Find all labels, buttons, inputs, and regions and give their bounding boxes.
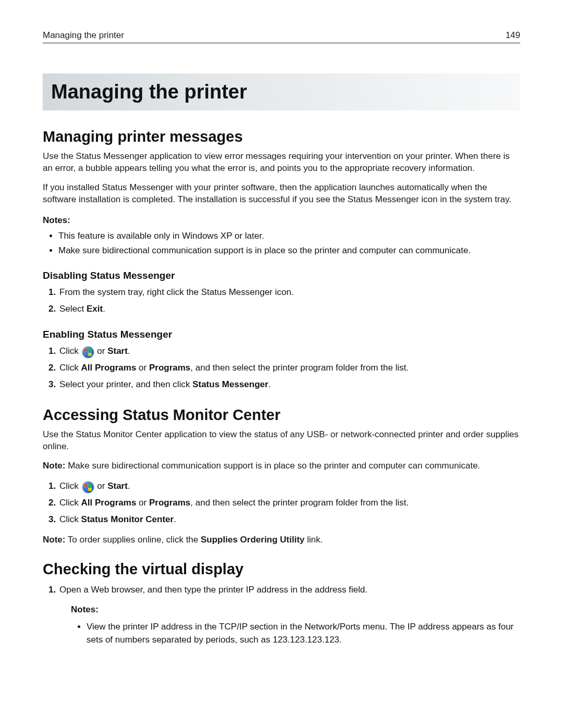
section-heading-managing-printer-messages: Managing printer messages bbox=[43, 128, 520, 145]
note-text: Make sure bidirectional communication su… bbox=[65, 461, 480, 471]
step-bold: Status Messenger bbox=[192, 379, 268, 389]
step-text: . bbox=[128, 346, 130, 356]
section-heading-checking-virtual-display: Checking the virtual display bbox=[43, 561, 520, 578]
step-item: Click All Programs or Programs, and then… bbox=[58, 361, 520, 375]
steps-list: From the system tray, right click the St… bbox=[43, 286, 520, 316]
step-text: or bbox=[95, 346, 108, 356]
list-item: Make sure bidirectional communication su… bbox=[58, 244, 520, 257]
list-item: This feature is available only in Window… bbox=[58, 230, 520, 243]
step-text: or bbox=[136, 363, 149, 373]
note-paragraph: Note: Make sure bidirectional communicat… bbox=[43, 460, 520, 472]
subheading-disabling-status-messenger: Disabling Status Messenger bbox=[43, 270, 520, 281]
step-text: Click bbox=[59, 346, 81, 356]
steps-list: Click or Start. Click All Programs or Pr… bbox=[43, 479, 520, 527]
subheading-enabling-status-messenger: Enabling Status Messenger bbox=[43, 329, 520, 340]
notes-label: Notes: bbox=[71, 603, 520, 616]
step-text: . bbox=[268, 379, 271, 389]
step-text: Select your printer, and then click bbox=[59, 379, 192, 389]
chapter-title-bar: Managing the printer bbox=[43, 73, 520, 110]
step-bold: Start bbox=[107, 481, 128, 491]
note-text: To order supplies online, click the bbox=[65, 535, 201, 545]
windows-start-icon bbox=[82, 347, 94, 358]
note-label: Note: bbox=[43, 535, 65, 545]
notes-list: This feature is available only in Window… bbox=[43, 230, 520, 257]
document-page: Managing the printer 149 Managing the pr… bbox=[0, 0, 563, 728]
paragraph: If you installed Status Messenger with y… bbox=[43, 182, 520, 206]
paragraph: Use the Status Monitor Center applicatio… bbox=[43, 429, 520, 453]
step-item: Select your printer, and then click Stat… bbox=[58, 378, 520, 391]
step-item: Click or Start. bbox=[58, 344, 520, 358]
step-text: Click bbox=[59, 481, 81, 491]
step-bold: Programs bbox=[149, 498, 190, 508]
notes-list: View the printer IP address in the TCP/I… bbox=[71, 621, 520, 646]
windows-start-icon bbox=[82, 482, 94, 493]
note-label: Note: bbox=[43, 461, 65, 471]
list-item: View the printer IP address in the TCP/I… bbox=[87, 621, 520, 646]
step-bold: Exit bbox=[87, 304, 103, 314]
step-text: Click bbox=[59, 498, 81, 508]
note-bold: Supplies Ordering Utility bbox=[201, 535, 304, 545]
paragraph: Use the Status Messenger application to … bbox=[43, 151, 520, 175]
step-item: Click All Programs or Programs, and then… bbox=[58, 496, 520, 510]
step-bold: Programs bbox=[149, 363, 190, 373]
running-header: Managing the printer 149 bbox=[43, 30, 520, 43]
step-text: . bbox=[103, 304, 105, 314]
step-text: or bbox=[95, 481, 108, 491]
step-text: . bbox=[174, 514, 176, 524]
step-bold: All Programs bbox=[81, 363, 137, 373]
step-text: , and then select the printer program fo… bbox=[190, 498, 409, 508]
steps-list: Click or Start. Click All Programs or Pr… bbox=[43, 344, 520, 392]
chapter-title: Managing the printer bbox=[51, 81, 512, 103]
step-bold: Start bbox=[107, 346, 128, 356]
step-text: or bbox=[136, 498, 149, 508]
step-bold: Status Monitor Center bbox=[81, 514, 174, 524]
notes-label: Notes: bbox=[43, 215, 520, 226]
step-item: Select Exit. bbox=[58, 302, 520, 316]
step-text: Select bbox=[59, 304, 87, 314]
step-bold: All Programs bbox=[81, 498, 137, 508]
step-item: Click or Start. bbox=[58, 479, 520, 493]
step-text: , and then select the printer program fo… bbox=[190, 363, 409, 373]
step-text: . bbox=[128, 481, 130, 491]
note-text: link. bbox=[304, 535, 323, 545]
page-number: 149 bbox=[506, 30, 520, 41]
running-title: Managing the printer bbox=[43, 30, 124, 41]
steps-list: Open a Web browser, and then type the pr… bbox=[43, 583, 520, 647]
step-item: Click Status Monitor Center. bbox=[58, 513, 520, 526]
step-text: Click bbox=[59, 514, 81, 524]
step-item: Open a Web browser, and then type the pr… bbox=[58, 583, 520, 647]
note-paragraph: Note: To order supplies online, click th… bbox=[43, 534, 520, 546]
section-heading-accessing-status-monitor-center: Accessing Status Monitor Center bbox=[43, 406, 520, 424]
step-text: Click bbox=[59, 363, 81, 373]
nested-notes: Notes: View the printer IP address in th… bbox=[59, 603, 520, 647]
step-item: From the system tray, right click the St… bbox=[58, 286, 520, 299]
step-text: Open a Web browser, and then type the pr… bbox=[59, 585, 368, 595]
